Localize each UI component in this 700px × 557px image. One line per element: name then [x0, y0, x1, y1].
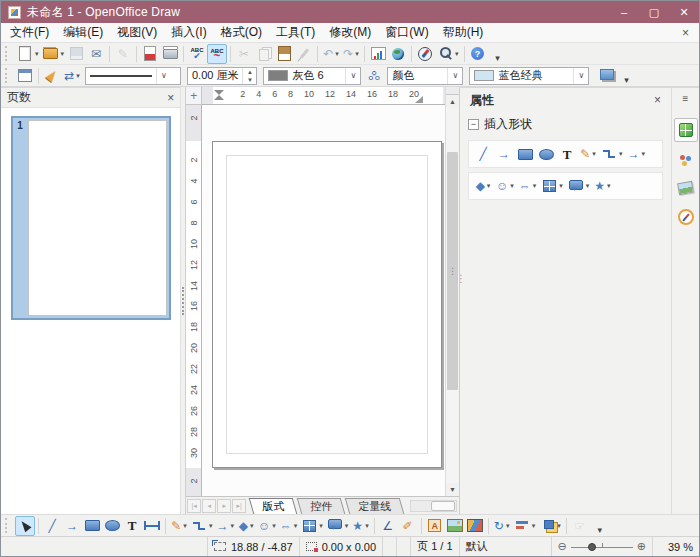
dropdown-arrow-icon[interactable]: ▾: [183, 522, 187, 530]
dropdown-arrow-icon[interactable]: ▾: [355, 50, 359, 58]
dropdown-arrow-icon[interactable]: ▾: [455, 50, 459, 58]
page-style-indicator[interactable]: 默认: [460, 537, 552, 556]
arrange-button[interactable]: ▾: [537, 516, 563, 536]
dropdown-arrow-icon[interactable]: ▾: [294, 522, 298, 530]
rectangle-button[interactable]: [515, 144, 535, 164]
autospellcheck-button[interactable]: ABC: [207, 44, 227, 64]
dropdown-arrow-icon[interactable]: ▾: [619, 150, 623, 158]
margin-marker-icon[interactable]: [415, 96, 423, 103]
zoom-out-button[interactable]: ⊖: [558, 540, 567, 553]
dropdown-arrow-icon[interactable]: ▾: [592, 150, 596, 158]
sidebar-menu-icon[interactable]: ≡: [683, 93, 689, 104]
scrollbar-thumb[interactable]: [447, 152, 458, 390]
collapse-icon[interactable]: −: [468, 119, 479, 130]
ellipse-button[interactable]: [536, 144, 556, 164]
line-ends-button[interactable]: [142, 516, 162, 536]
menu-item[interactable]: 插入(I): [164, 22, 213, 43]
vertical-ruler[interactable]: 2 24681012141618202224262830 2: [186, 105, 202, 496]
text-button[interactable]: T: [557, 144, 577, 164]
object-size-cell[interactable]: 0.00 x 0.00: [300, 537, 383, 556]
menu-item[interactable]: 编辑(E): [56, 22, 110, 43]
sidebar-close-button[interactable]: ×: [654, 93, 661, 107]
menu-item[interactable]: 工具(T): [269, 22, 322, 43]
undo-button[interactable]: ↶▾: [321, 44, 341, 64]
zoom-button[interactable]: ▾: [435, 44, 461, 64]
spellcheck-button[interactable]: ABC: [187, 44, 207, 64]
dropdown-arrow-icon[interactable]: ▾: [345, 522, 349, 530]
stars-button[interactable]: ★▾: [592, 176, 612, 196]
navigator-tab[interactable]: [674, 205, 698, 229]
curve-button[interactable]: ✎▾: [578, 144, 598, 164]
layer-nav-button[interactable]: |◂: [187, 499, 201, 513]
drawing-canvas[interactable]: [202, 105, 445, 496]
dropdown-arrow-icon[interactable]: ▾: [335, 50, 339, 58]
page-indicator[interactable]: 页 1 / 1: [411, 537, 459, 556]
dropdown-arrow-icon[interactable]: ▾: [586, 182, 590, 190]
flowchart-button[interactable]: ▾: [299, 516, 325, 536]
dropdown-arrow-icon[interactable]: ▾: [35, 50, 39, 58]
menu-item[interactable]: 文件(F): [3, 22, 56, 43]
ruler-origin-icon[interactable]: +: [186, 87, 202, 105]
minimize-button[interactable]: –: [609, 1, 639, 23]
insert-shapes-section-header[interactable]: − 插入形状: [460, 112, 671, 136]
glue-points-button[interactable]: ✐: [398, 516, 418, 536]
ellipse-button[interactable]: [102, 516, 122, 536]
close-button[interactable]: ✕: [669, 1, 699, 23]
properties-tab[interactable]: [674, 118, 698, 142]
dropdown-arrow-icon[interactable]: ▾: [209, 522, 213, 530]
gallery-button[interactable]: [465, 516, 485, 536]
lines-arrows-button[interactable]: →▾: [215, 516, 237, 536]
dropdown-arrow-icon[interactable]: ▾: [319, 522, 323, 530]
dropdown-arrow-icon[interactable]: ▾: [533, 182, 537, 190]
line-arrow-button[interactable]: →: [62, 516, 82, 536]
text-button[interactable]: T: [122, 516, 142, 536]
email-button[interactable]: ✉: [86, 44, 106, 64]
dropdown-arrow-icon[interactable]: ▾: [532, 522, 536, 530]
rotate-button[interactable]: ↻▾: [492, 516, 512, 536]
symbol-shapes-button[interactable]: ☺▾: [256, 516, 278, 536]
horizontal-scrollbar[interactable]: [410, 500, 457, 512]
chevron-down-icon[interactable]: ∨: [573, 68, 588, 84]
split-handle[interactable]: [446, 87, 459, 95]
toolbar-overflow-button[interactable]: ▾: [488, 44, 508, 64]
symbol-shapes-button[interactable]: ☺▾: [494, 176, 516, 196]
dropdown-arrow-icon[interactable]: ▾: [61, 50, 65, 58]
lines-arrows-button[interactable]: →▾: [626, 144, 648, 164]
cursor-position-cell[interactable]: 18.88 / -4.87: [208, 537, 300, 556]
layer-tab-controls[interactable]: 控件: [297, 498, 346, 514]
shadow-button[interactable]: [596, 66, 616, 86]
dropdown-arrow-icon[interactable]: ▾: [365, 522, 369, 530]
menu-item[interactable]: 修改(M): [322, 22, 378, 43]
insert-image-button[interactable]: [445, 516, 465, 536]
layer-tab-layout[interactable]: 版式: [249, 498, 298, 514]
scroll-up-button[interactable]: ▲: [446, 95, 459, 108]
page-thumbnail[interactable]: 1: [11, 116, 171, 320]
fill-style-combo[interactable]: 颜色 ∨: [387, 67, 463, 85]
dropdown-arrow-icon[interactable]: ▾: [250, 522, 254, 530]
line-arrow-button[interactable]: →: [494, 144, 514, 164]
open-button[interactable]: ▾: [41, 44, 67, 64]
dropdown-arrow-icon[interactable]: ▾: [557, 522, 561, 530]
vertical-scrollbar[interactable]: ▲ ▼: [445, 87, 459, 496]
select-button[interactable]: [15, 516, 35, 536]
layer-tab-dimension-lines[interactable]: 定量线: [345, 498, 405, 514]
dropdown-arrow-icon[interactable]: ▾: [510, 182, 514, 190]
maximize-button[interactable]: ▢: [639, 1, 669, 23]
layer-nav-button[interactable]: ▸: [217, 499, 231, 513]
align-button[interactable]: ▾: [512, 516, 538, 536]
zoom-slider[interactable]: [571, 541, 633, 553]
document-page[interactable]: [212, 141, 442, 468]
horizontal-ruler[interactable]: 2468101214161820: [202, 87, 445, 105]
edit-points-button[interactable]: ∠: [378, 516, 398, 536]
navigator-button[interactable]: [415, 44, 435, 64]
dropdown-arrow-icon[interactable]: ▾: [506, 522, 510, 530]
gallery-tab[interactable]: [674, 176, 698, 200]
paste-button[interactable]: [274, 44, 294, 64]
line-color-combo[interactable]: 灰色 6 ∨: [263, 67, 361, 85]
rectangle-button[interactable]: [82, 516, 102, 536]
scrollbar-track[interactable]: [446, 108, 459, 483]
print-button[interactable]: [160, 44, 180, 64]
dropdown-arrow-icon[interactable]: ▾: [272, 522, 276, 530]
dropdown-arrow-icon[interactable]: ▾: [231, 522, 235, 530]
callout-button[interactable]: ▾: [325, 516, 351, 536]
